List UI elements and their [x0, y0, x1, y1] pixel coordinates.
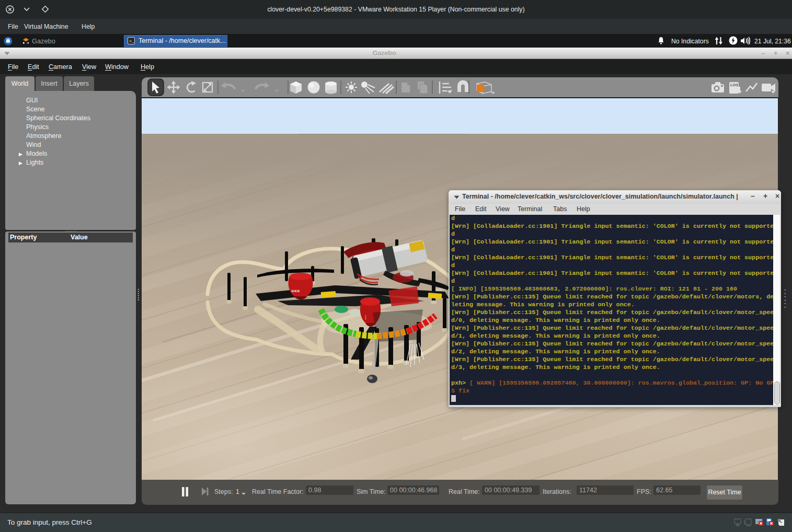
- svg-text:LOG: LOG: [730, 83, 739, 87]
- svg-text:⋮: ⋮: [363, 315, 368, 320]
- svg-text:«««: «««: [291, 288, 300, 294]
